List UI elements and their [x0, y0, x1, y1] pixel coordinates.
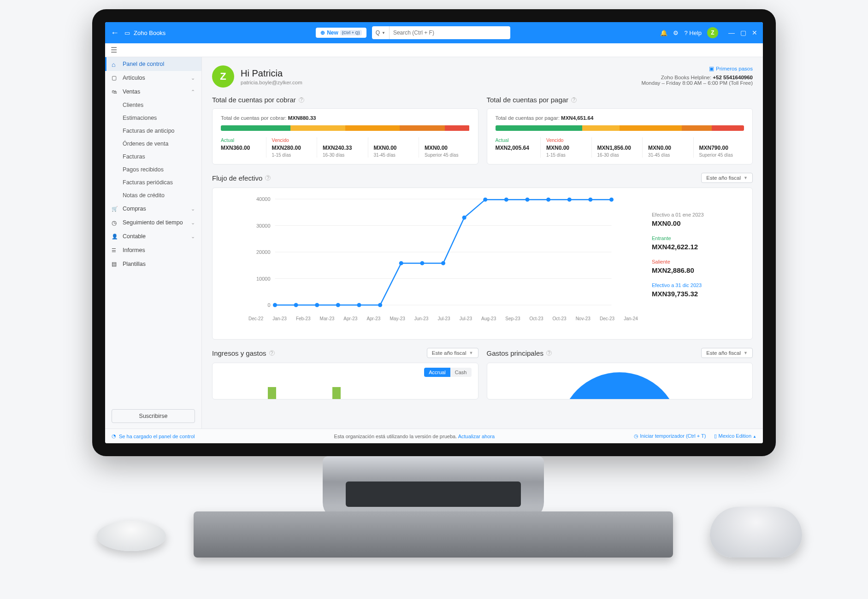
start-timer-link[interactable]: ◷ Iniciar temporizador (Ctrl + T) [634, 433, 706, 439]
payables-total: Total de cuentas por pagar: MXN4,651.64 [496, 115, 744, 121]
sidebar-subitem[interactable]: Estimaciones [105, 112, 201, 124]
chevron-up-icon: ▲ [753, 435, 756, 439]
window-minimize-icon[interactable]: — [728, 29, 735, 36]
settings-gear-icon[interactable]: ⚙ [673, 29, 679, 36]
chevron-up-icon: ⌃ [191, 89, 195, 95]
aging-column: MXN0.0031-45 días [368, 137, 419, 158]
income-expense-dropdown[interactable]: Este año fiscal▼ [427, 348, 478, 358]
payables-title: Total de cuentas por pagar? [487, 96, 753, 104]
svg-point-24 [567, 198, 572, 202]
x-tick-label: Aug-23 [481, 316, 496, 321]
chevron-down-icon: ▼ [469, 351, 473, 355]
plus-icon: ⊕ [320, 29, 325, 36]
svg-point-14 [357, 303, 361, 307]
x-tick-label: Nov-23 [576, 316, 590, 321]
sidebar-item-purchases[interactable]: Compras⌄ [105, 202, 201, 216]
info-icon[interactable]: ? [571, 97, 577, 103]
sidebar-subitem[interactable]: Notas de crédito [105, 189, 201, 202]
x-tick-label: Jan-23 [272, 316, 287, 321]
svg-point-10 [273, 303, 277, 307]
upgrade-link[interactable]: Actualizar ahora [458, 434, 495, 439]
chevron-down-icon: ▼ [744, 176, 748, 180]
bar-stub [268, 387, 276, 399]
bell-icon[interactable]: 🔔 [660, 29, 667, 36]
chevron-down-icon: ⌄ [191, 75, 195, 81]
timer-icon: ◷ [634, 433, 638, 439]
sidebar-item-sales[interactable]: Ventas⌃ [105, 85, 201, 99]
cashflow-period-dropdown[interactable]: Este año fiscal▼ [701, 173, 753, 183]
sidebar-subitem[interactable]: Facturas [105, 150, 201, 163]
aging-column: MXN790.00Superior 45 días [693, 137, 744, 158]
window-close-icon[interactable]: ✕ [752, 29, 757, 36]
svg-point-21 [504, 198, 508, 202]
user-avatar[interactable]: Z [707, 27, 718, 38]
first-steps-link[interactable]: ▣Primeros pasos [641, 65, 753, 72]
pie-chart [560, 372, 679, 399]
help-button[interactable]: ? Help [684, 29, 702, 36]
svg-point-25 [588, 198, 592, 202]
search-scope[interactable]: Q▼ [372, 26, 390, 39]
top-expenses-card [487, 363, 753, 399]
layers-icon [112, 261, 118, 267]
window-maximize-icon[interactable]: ▢ [740, 29, 746, 36]
cashflow-end-value: MXN39,735.32 [652, 290, 744, 298]
svg-text:0: 0 [267, 302, 270, 308]
sidebar-subitem[interactable]: Clientes [105, 99, 201, 112]
cashflow-stats: Efectivo a 01 ene 2023 MXN0.00 Entrante … [652, 194, 744, 333]
svg-point-23 [546, 198, 550, 202]
top-expenses-title: Gastos principales? [487, 349, 552, 357]
app-brand: ▭ Zoho Books [124, 29, 165, 36]
sidebar-item-label: Informes [123, 247, 145, 253]
greeting-title: Hi Patricia [241, 68, 302, 79]
sidebar-subitem[interactable]: Órdenes de venta [105, 137, 201, 150]
rocket-icon: ▣ [709, 65, 714, 72]
sidebar-subitem[interactable]: Pagos recibidos [105, 163, 201, 176]
accrual-cash-toggle[interactable]: Accrual Cash [424, 368, 471, 377]
bar-stub [332, 387, 341, 399]
cashflow-title: Flujo de efectivo? [212, 174, 271, 182]
info-icon[interactable]: ? [299, 97, 304, 103]
svg-point-20 [483, 198, 487, 202]
sidebar-item-articles[interactable]: Artículos⌄ [105, 71, 201, 85]
toggle-accrual[interactable]: Accrual [424, 368, 450, 377]
x-tick-label: Jun-23 [414, 316, 429, 321]
info-icon[interactable]: ? [269, 350, 275, 356]
status-message: ◔Se ha cargado el panel de control [112, 433, 195, 439]
edition-selector[interactable]: ▯ Mexico Edition ▲ [714, 433, 756, 439]
sidebar-item-templates[interactable]: Plantillas [105, 257, 201, 271]
sidebar-subitem[interactable]: Facturas periódicas [105, 176, 201, 189]
sidebar-item-label: Artículos [123, 75, 145, 81]
svg-text:40000: 40000 [256, 196, 271, 202]
sidebar-item-dashboard[interactable]: Panel de control [105, 57, 201, 71]
svg-point-16 [399, 261, 403, 265]
x-tick-label: Sep-23 [505, 316, 520, 321]
new-button-label: New [327, 29, 338, 36]
new-button[interactable]: ⊕ New (Ctrl + Q) [316, 28, 366, 38]
bag-icon [112, 206, 118, 212]
svg-text:20000: 20000 [256, 249, 271, 255]
toggle-cash[interactable]: Cash [450, 368, 472, 377]
income-expense-card: Accrual Cash [212, 363, 478, 399]
top-expenses-dropdown[interactable]: Este año fiscal▼ [701, 348, 753, 358]
sidebar-subitem[interactable]: Facturas de anticipo [105, 124, 201, 137]
x-tick-label: Mar-23 [320, 316, 335, 321]
hamburger-icon[interactable]: ☰ [111, 46, 117, 54]
info-icon[interactable]: ? [546, 350, 552, 356]
search-box[interactable]: Q▼ [372, 26, 510, 39]
info-icon[interactable]: ? [265, 175, 271, 181]
svg-point-13 [336, 303, 340, 307]
chevron-down-icon: ⌄ [191, 206, 195, 212]
back-arrow-icon[interactable]: ← [111, 28, 119, 38]
trial-notice: Esta organización está utilizando la ver… [204, 434, 625, 439]
search-input[interactable] [390, 29, 510, 36]
x-tick-label: Jul-23 [460, 316, 472, 321]
sidebar-item-reports[interactable]: Informes [105, 243, 201, 257]
aging-column: MXN0.00Superior 45 días [419, 137, 470, 158]
sidebar-item-accounting[interactable]: Contable⌄ [105, 229, 201, 243]
sidebar-item-timetracking[interactable]: Seguimiento del tiempo⌄ [105, 216, 201, 229]
cashflow-start-value: MXN0.00 [652, 219, 744, 227]
helpline-label: Zoho Books Helpline: [661, 75, 711, 80]
greeting: Z Hi Patricia patricia.boyle@zylker.com [212, 65, 302, 88]
x-tick-label: Feb-23 [296, 316, 311, 321]
subscribe-button[interactable]: Suscribirse [112, 409, 195, 423]
